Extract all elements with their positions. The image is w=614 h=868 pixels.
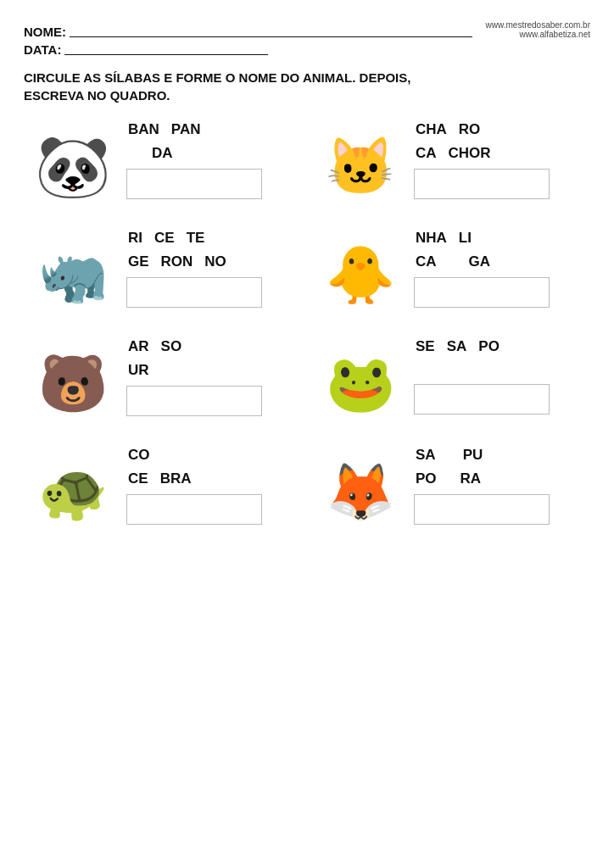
answer-box-galinha[interactable]	[414, 277, 550, 308]
syl-ga: GA	[467, 252, 493, 272]
syllable-row2: CE BRA	[126, 469, 303, 489]
syl-ce: CE	[153, 228, 176, 248]
answer-box-panda[interactable]	[126, 169, 262, 199]
syllable-row1: CO	[126, 445, 152, 465]
answer-box-rinoceronte[interactable]	[126, 277, 262, 308]
syl-sa: SA	[445, 337, 469, 357]
answer-box-cachorro[interactable]	[414, 169, 550, 199]
syllable-row1: CHA RO	[414, 120, 482, 140]
animals-grid: 🐼 BAN PAN DA 🐱 CHA RO	[24, 120, 590, 538]
syl-ce-cobra: CE	[126, 469, 150, 489]
animal-item-galinha: 🐥 NHA LI CA GA	[311, 228, 590, 321]
site1: www.mestredosaber.com.br	[486, 20, 590, 30]
animal-right-galinha: NHA LI CA GA	[414, 228, 590, 308]
animal-right-rinoceronte: RI CE TE GE RON NO	[126, 228, 303, 308]
syl-ge: GE	[126, 252, 151, 272]
animal-pic-sapo: 🐸	[311, 337, 409, 430]
animal-item-panda: 🐼 BAN PAN DA	[24, 120, 303, 213]
nome-underline	[70, 36, 472, 37]
fox-emoji: 🦊	[326, 459, 395, 525]
syl-po-raposa: PO	[414, 469, 438, 489]
syl-se: SE	[414, 337, 437, 357]
animal-right-cobra: CO CE BRA	[126, 445, 303, 525]
syllable-row1: AR SO	[126, 337, 183, 357]
animal-item-rinoceronte: 🦏 RI CE TE GE RON NO	[24, 228, 303, 321]
syllables-rinoceronte: RI CE TE GE RON NO	[126, 228, 303, 272]
animal-item-cobra: 🐢 CO CE BRA	[24, 445, 303, 538]
syl-no: NO	[203, 252, 228, 272]
syllable-row1: RI CE TE	[126, 228, 206, 248]
syl-pan: PAN	[170, 120, 203, 140]
syllable-row2: CA CHOR	[414, 143, 590, 164]
syl-ban: BAN	[126, 120, 161, 140]
animal-item-sapo: 🐸 SE SA PO	[311, 337, 590, 430]
syl-ron: RON	[159, 252, 195, 272]
animal-right-raposa: SA PU PO RA	[414, 445, 590, 525]
cachorro-emoji: 🐱	[326, 134, 395, 199]
animal-right-sapo: SE SA PO	[414, 337, 590, 415]
cobra-emoji: 🐢	[38, 459, 108, 525]
syl-ur: UR	[126, 360, 151, 381]
animal-item-raposa: 🦊 SA PU PO RA	[311, 445, 590, 538]
syl-co: CO	[126, 445, 152, 465]
syllable-row1: BAN PAN	[126, 120, 202, 140]
animal-pic-cobra: 🐢	[24, 445, 121, 538]
animal-item-cachorro: 🐱 CHA RO CA CHOR	[311, 120, 590, 213]
syllables-cobra: CO CE BRA	[126, 445, 303, 489]
syllables-cachorro: CHA RO CA CHOR	[414, 120, 590, 164]
nome-line: NOME: www.mestredosaber.com.br www.alfab…	[24, 20, 590, 39]
syllables-panda: BAN PAN DA	[126, 120, 303, 164]
syllables-urso: AR SO UR	[126, 337, 303, 381]
syllable-row2: DA	[126, 143, 303, 164]
animal-pic-galinha: 🐥	[311, 228, 409, 321]
instructions: CIRCULE AS SÍLABAS E FORME O NOME DO ANI…	[24, 69, 590, 104]
data-underline	[64, 54, 268, 55]
syllable-row2: GE RON NO	[126, 252, 303, 272]
syllable-row1: NHA LI	[414, 228, 473, 248]
syl-sa-raposa: SA	[414, 445, 438, 465]
syl-ca2: CA	[414, 252, 438, 272]
data-line: DATA:	[24, 42, 590, 57]
syl-li: LI	[457, 228, 473, 248]
website-info: www.mestredosaber.com.br www.alfabetiza.…	[486, 20, 590, 39]
syllable-row2: PO RA	[414, 469, 590, 489]
panda-emoji: 🐼	[35, 131, 111, 203]
header-section: NOME: www.mestredosaber.com.br www.alfab…	[24, 20, 590, 57]
answer-box-cobra[interactable]	[126, 494, 262, 525]
syl-so: SO	[159, 337, 184, 357]
syl-ca: CA	[414, 143, 438, 164]
syl-pu: PU	[461, 445, 485, 465]
animal-item-urso: 🐻 AR SO UR	[24, 337, 303, 430]
chicken-emoji: 🐥	[326, 242, 395, 308]
animal-right-urso: AR SO UR	[126, 337, 303, 416]
syllable-row1: SE SA PO	[414, 337, 501, 357]
frog-emoji: 🐸	[326, 351, 395, 416]
data-label: DATA:	[24, 42, 61, 57]
syllables-galinha: NHA LI CA GA	[414, 228, 590, 272]
syl-chor: CHOR	[447, 143, 493, 164]
syllable-row2: UR	[126, 360, 303, 381]
syl-cha: CHA	[414, 120, 449, 140]
syl-ri: RI	[126, 228, 144, 248]
site2: www.alfabetiza.net	[520, 30, 590, 39]
syl-ar: AR	[126, 337, 151, 357]
animal-pic-raposa: 🦊	[311, 445, 409, 538]
syl-ra: RA	[459, 469, 483, 489]
animal-right-panda: BAN PAN DA	[126, 120, 303, 199]
animal-pic-rinoceronte: 🦏	[24, 228, 121, 321]
animal-pic-panda: 🐼	[24, 120, 121, 213]
bear-emoji: 🐻	[38, 351, 108, 416]
answer-box-urso[interactable]	[126, 386, 262, 416]
nome-label: NOME:	[24, 25, 66, 39]
syl-po: PO	[477, 337, 501, 357]
animal-pic-cachorro: 🐱	[311, 120, 409, 213]
answer-box-raposa[interactable]	[414, 494, 550, 525]
syllables-raposa: SA PU PO RA	[414, 445, 590, 489]
answer-box-sapo[interactable]	[414, 384, 550, 415]
syl-te: TE	[185, 228, 207, 248]
syllables-sapo: SE SA PO	[414, 337, 590, 379]
syllable-row2: CA GA	[414, 252, 590, 272]
syl-ro: RO	[457, 120, 483, 140]
syllable-row1: SA PU	[414, 445, 484, 465]
syl-da: DA	[150, 143, 175, 164]
